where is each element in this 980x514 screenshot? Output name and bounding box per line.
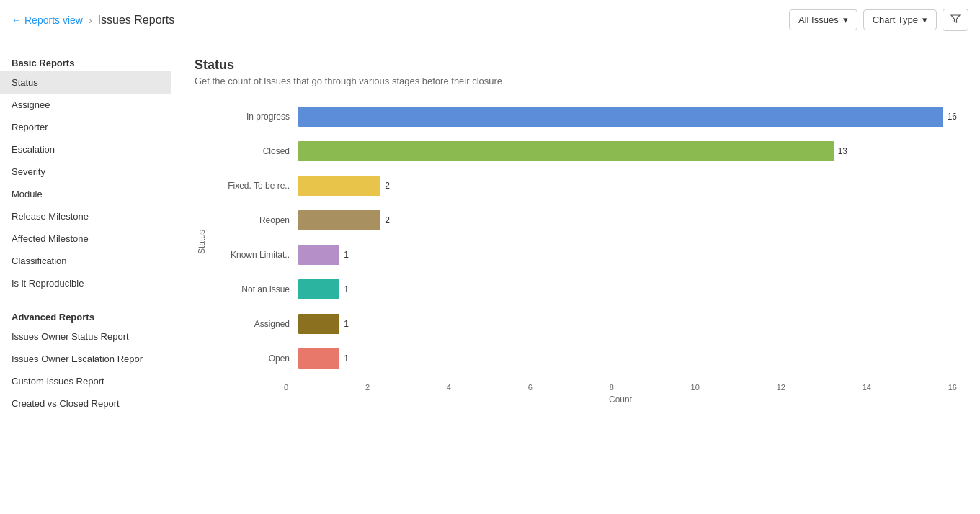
advanced-reports-section-title: Advanced Reports bbox=[0, 306, 171, 325]
x-tick: 2 bbox=[365, 383, 370, 392]
chevron-down-icon-2: ▾ bbox=[922, 14, 927, 25]
x-tick: 0 bbox=[284, 383, 288, 392]
sidebar-item-classification[interactable]: Classification bbox=[0, 250, 171, 272]
bar-label: Closed bbox=[212, 146, 298, 156]
bar-value: 1 bbox=[344, 250, 349, 260]
filter-icon bbox=[950, 14, 961, 26]
bar-value: 1 bbox=[344, 319, 349, 329]
back-link[interactable]: ← Reports view bbox=[12, 14, 83, 26]
bar-value: 2 bbox=[385, 181, 390, 191]
advanced-items: Issues Owner Status ReportIssues Owner E… bbox=[0, 325, 171, 415]
chart-area: Status In progress16Closed13Fixed. To be… bbox=[195, 104, 957, 380]
sidebar-divider bbox=[0, 294, 171, 306]
chart-subtitle: Get the count of Issues that go through … bbox=[195, 76, 957, 86]
breadcrumb-separator: › bbox=[89, 14, 92, 26]
bar-wrapper: 1 bbox=[298, 314, 957, 334]
layout: Basic Reports StatusAssigneeReporterEsca… bbox=[0, 40, 980, 514]
bar-wrapper: 1 bbox=[298, 245, 957, 265]
sidebar-item-module[interactable]: Module bbox=[0, 183, 171, 205]
bar-value: 1 bbox=[344, 353, 349, 364]
arrow-left-icon: ← bbox=[12, 14, 22, 26]
sidebar-item-status[interactable]: Status bbox=[0, 71, 171, 94]
bar-label: Known Limitat.. bbox=[212, 250, 298, 260]
x-axis: 0246810121416 bbox=[284, 383, 957, 392]
bar-row: Not an issue1 bbox=[212, 276, 957, 302]
x-tick: 8 bbox=[610, 383, 614, 392]
y-axis-label: Status bbox=[195, 104, 209, 380]
sidebar-item-release-milestone[interactable]: Release Milestone bbox=[0, 205, 171, 227]
all-issues-button[interactable]: All Issues ▾ bbox=[789, 9, 858, 30]
sidebar-item-issues-owner-status[interactable]: Issues Owner Status Report bbox=[0, 325, 171, 348]
sidebar-item-escalation[interactable]: Escalation bbox=[0, 138, 171, 161]
header: ← Reports view › Issues Reports All Issu… bbox=[0, 0, 980, 40]
sidebar-item-severity[interactable]: Severity bbox=[0, 161, 171, 183]
bar-label: Assigned bbox=[212, 319, 298, 329]
chart-inner: In progress16Closed13Fixed. To be re..2R… bbox=[212, 104, 957, 380]
sidebar-item-reporter[interactable]: Reporter bbox=[0, 116, 171, 138]
x-tick: 4 bbox=[447, 383, 451, 392]
bar bbox=[298, 210, 380, 230]
bar-wrapper: 2 bbox=[298, 176, 957, 196]
sidebar-item-affected-milestone[interactable]: Affected Milestone bbox=[0, 227, 171, 250]
bar-row: Known Limitat..1 bbox=[212, 242, 957, 268]
bar bbox=[298, 348, 339, 369]
bar-row: Closed13 bbox=[212, 138, 957, 164]
x-tick: 16 bbox=[948, 383, 957, 392]
basic-items: StatusAssigneeReporterEscalationSeverity… bbox=[0, 71, 171, 294]
chart-type-label: Chart Type bbox=[873, 14, 918, 25]
bar-value: 2 bbox=[385, 215, 390, 225]
sidebar-item-assignee[interactable]: Assignee bbox=[0, 94, 171, 116]
sidebar-item-custom-issues[interactable]: Custom Issues Report bbox=[0, 370, 171, 392]
bar-label: Open bbox=[212, 353, 298, 364]
header-left: ← Reports view › Issues Reports bbox=[12, 14, 174, 27]
bar bbox=[298, 141, 834, 161]
bar bbox=[298, 314, 339, 334]
x-tick: 10 bbox=[691, 383, 700, 392]
bar-label: Fixed. To be re.. bbox=[212, 181, 298, 191]
bar-label: In progress bbox=[212, 112, 298, 122]
x-axis-label: Count bbox=[284, 394, 957, 405]
bar-label: Not an issue bbox=[212, 284, 298, 294]
bar bbox=[298, 176, 380, 196]
bar bbox=[298, 107, 943, 127]
chart-type-button[interactable]: Chart Type ▾ bbox=[863, 9, 937, 30]
sidebar: Basic Reports StatusAssigneeReporterEsca… bbox=[0, 40, 172, 514]
bar-row: Fixed. To be re..2 bbox=[212, 173, 957, 199]
all-issues-label: All Issues bbox=[798, 14, 839, 25]
page-title: Issues Reports bbox=[98, 14, 175, 27]
bar-label: Reopen bbox=[212, 215, 298, 225]
bar bbox=[298, 279, 339, 299]
filter-button[interactable] bbox=[943, 9, 968, 31]
sidebar-item-created-vs-closed[interactable]: Created vs Closed Report bbox=[0, 392, 171, 415]
bar bbox=[298, 245, 339, 265]
bar-value: 16 bbox=[948, 112, 957, 122]
sidebar-item-is-reproducible[interactable]: Is it Reproducible bbox=[0, 272, 171, 294]
back-label: Reports view bbox=[24, 14, 83, 26]
bar-wrapper: 1 bbox=[298, 279, 957, 299]
x-tick: 6 bbox=[528, 383, 533, 392]
x-tick: 14 bbox=[863, 383, 871, 392]
bar-wrapper: 2 bbox=[298, 210, 957, 230]
bar-wrapper: 13 bbox=[298, 141, 957, 161]
bar-value: 13 bbox=[838, 146, 847, 156]
main-content: Status Get the count of Issues that go t… bbox=[172, 40, 980, 514]
basic-reports-section-title: Basic Reports bbox=[0, 52, 171, 71]
bar-row: Open1 bbox=[212, 346, 957, 371]
sidebar-item-issues-owner-escalation[interactable]: Issues Owner Escalation Repor bbox=[0, 348, 171, 370]
chart-title: Status bbox=[195, 58, 957, 73]
bar-value: 1 bbox=[344, 284, 349, 294]
bar-row: Assigned1 bbox=[212, 311, 957, 337]
bar-row: Reopen2 bbox=[212, 207, 957, 233]
x-tick: 12 bbox=[777, 383, 785, 392]
bar-wrapper: 1 bbox=[298, 348, 957, 369]
chart-container: Status In progress16Closed13Fixed. To be… bbox=[195, 104, 957, 405]
chevron-down-icon: ▾ bbox=[843, 14, 848, 25]
header-right: All Issues ▾ Chart Type ▾ bbox=[789, 9, 968, 31]
bar-wrapper: 16 bbox=[298, 107, 957, 127]
bar-row: In progress16 bbox=[212, 104, 957, 130]
